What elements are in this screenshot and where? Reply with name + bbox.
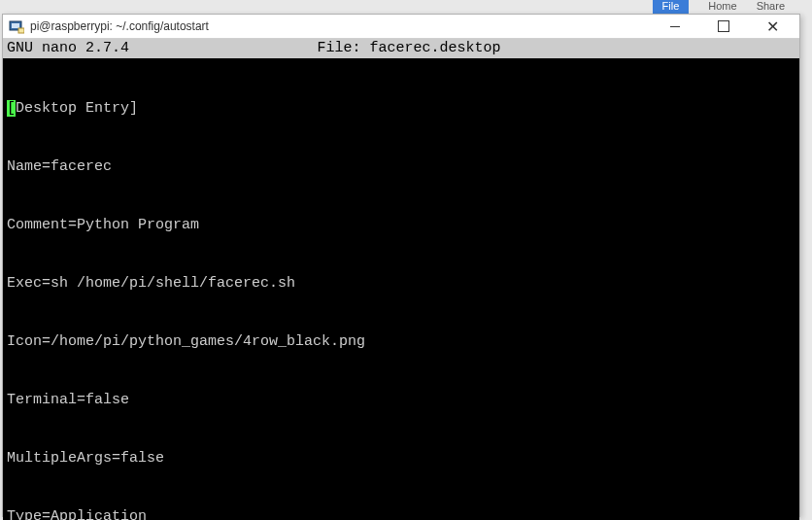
window-controls: ✕	[658, 15, 790, 38]
putty-icon	[9, 18, 24, 34]
file-line: Comment=Python Program	[7, 216, 795, 235]
file-line: Type=Application	[7, 507, 795, 520]
file-line: Exec=sh /home/pi/shell/facerec.sh	[7, 274, 795, 294]
file-line: [Desktop Entry]	[7, 99, 795, 119]
titlebar[interactable]: pi@raspberrypi: ~/.config/autostart ✕	[3, 15, 799, 39]
cursor: [	[7, 100, 16, 117]
bg-tab-share: Share	[757, 0, 785, 14]
background-ribbon: File Home Share	[653, 0, 812, 14]
file-line: Name=facerec	[7, 157, 795, 177]
maximize-button[interactable]	[706, 15, 741, 38]
minimize-button[interactable]	[658, 15, 693, 38]
file-line: Terminal=false	[7, 391, 795, 410]
svg-rect-2	[18, 28, 24, 33]
file-line-rest: Desktop Entry]	[16, 100, 138, 117]
file-line: Icon=/home/pi/python_games/4row_black.pn…	[7, 332, 795, 352]
close-button[interactable]: ✕	[755, 15, 790, 38]
putty-window: pi@raspberrypi: ~/.config/autostart ✕ GN…	[2, 14, 800, 517]
terminal[interactable]: GNU nano 2.7.4 File: facerec.desktop [De…	[3, 39, 799, 520]
window-title: pi@raspberrypi: ~/.config/autostart	[30, 19, 658, 33]
nano-file-label: File: facerec.desktop	[129, 39, 795, 58]
nano-header: GNU nano 2.7.4 File: facerec.desktop	[3, 39, 799, 58]
file-line: MultipleArgs=false	[7, 449, 795, 468]
svg-rect-1	[12, 23, 19, 28]
bg-tab-file: File	[653, 0, 690, 14]
editor-body[interactable]: [Desktop Entry] Name=facerec Comment=Pyt…	[3, 58, 799, 520]
nano-version: GNU nano 2.7.4	[7, 39, 129, 58]
bg-tab-home: Home	[708, 0, 736, 14]
